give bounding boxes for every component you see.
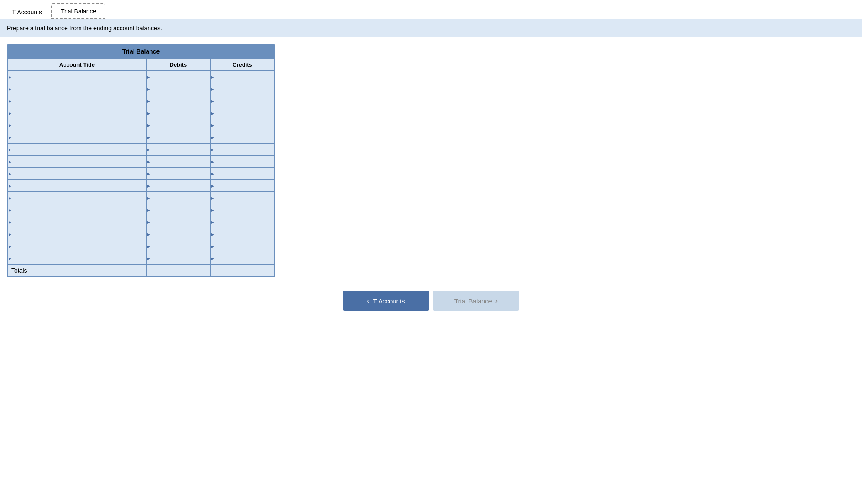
table-row (8, 192, 275, 204)
credit-input[interactable] (211, 83, 274, 95)
credit-input[interactable] (211, 119, 274, 131)
account-title-input[interactable] (8, 131, 146, 143)
bottom-nav: ‹ T Accounts Trial Balance › (7, 287, 855, 314)
debit-input[interactable] (147, 240, 210, 252)
trial-balance-table: Account Title Debits Credits Totals (7, 58, 275, 277)
header-debits: Debits (146, 59, 210, 71)
next-chevron: › (495, 297, 498, 305)
tab-trial-balance-label: Trial Balance (61, 8, 96, 15)
next-button-label: Trial Balance (454, 297, 492, 305)
table-row (8, 168, 275, 180)
table-row (8, 144, 275, 156)
account-title-input[interactable] (8, 71, 146, 83)
account-title-input[interactable] (8, 228, 146, 240)
credit-input[interactable] (211, 131, 274, 143)
account-title-input[interactable] (8, 156, 146, 167)
account-title-input[interactable] (8, 240, 146, 252)
table-row (8, 204, 275, 216)
totals-label: Totals (8, 265, 147, 277)
account-title-input[interactable] (8, 216, 146, 228)
table-row (8, 71, 275, 83)
debit-input[interactable] (147, 95, 210, 107)
debit-input[interactable] (147, 107, 210, 119)
totals-debit (146, 265, 210, 277)
credit-input[interactable] (211, 144, 274, 155)
tab-trial-balance[interactable]: Trial Balance (51, 3, 105, 19)
debit-input[interactable] (147, 228, 210, 240)
credit-input[interactable] (211, 156, 274, 167)
account-title-input[interactable] (8, 119, 146, 131)
account-title-input[interactable] (8, 107, 146, 119)
debit-input[interactable] (147, 216, 210, 228)
table-row (8, 95, 275, 107)
trial-balance-table-wrapper: Trial Balance Account Title Debits Credi… (7, 44, 275, 277)
table-row (8, 180, 275, 192)
debit-input[interactable] (147, 71, 210, 83)
account-title-input[interactable] (8, 144, 146, 155)
credit-input[interactable] (211, 228, 274, 240)
credit-input[interactable] (211, 216, 274, 228)
table-row (8, 228, 275, 240)
table-row (8, 252, 275, 265)
debit-input[interactable] (147, 156, 210, 167)
header-credits: Credits (210, 59, 274, 71)
debit-input[interactable] (147, 119, 210, 131)
debit-input[interactable] (147, 131, 210, 143)
table-row (8, 83, 275, 95)
debit-input[interactable] (147, 144, 210, 155)
credit-input[interactable] (211, 192, 274, 204)
table-row (8, 131, 275, 144)
account-title-input[interactable] (8, 95, 146, 107)
debit-input[interactable] (147, 180, 210, 191)
prev-chevron: ‹ (367, 297, 369, 305)
debit-input[interactable] (147, 192, 210, 204)
tabs-container: T Accounts Trial Balance (0, 0, 862, 19)
account-title-input[interactable] (8, 168, 146, 179)
account-title-input[interactable] (8, 192, 146, 204)
instruction-bar: Prepare a trial balance from the ending … (0, 19, 862, 37)
credit-input[interactable] (211, 240, 274, 252)
tab-t-accounts[interactable]: T Accounts (3, 5, 51, 19)
credit-input[interactable] (211, 180, 274, 191)
debit-input[interactable] (147, 252, 210, 264)
credit-input[interactable] (211, 252, 274, 264)
main-content: Trial Balance Account Title Debits Credi… (0, 37, 862, 321)
prev-button-label: T Accounts (373, 297, 405, 305)
debit-input[interactable] (147, 204, 210, 216)
credit-input[interactable] (211, 95, 274, 107)
prev-button[interactable]: ‹ T Accounts (343, 291, 429, 311)
account-title-input[interactable] (8, 204, 146, 216)
debit-input[interactable] (147, 168, 210, 179)
table-header-row: Account Title Debits Credits (8, 59, 275, 71)
totals-credit (210, 265, 274, 277)
credit-input[interactable] (211, 107, 274, 119)
table-row (8, 107, 275, 119)
next-button: Trial Balance › (433, 291, 519, 311)
tab-t-accounts-label: T Accounts (12, 9, 42, 16)
credit-input[interactable] (211, 204, 274, 216)
credit-input[interactable] (211, 71, 274, 83)
table-row (8, 240, 275, 252)
totals-row: Totals (8, 265, 275, 277)
table-row (8, 119, 275, 131)
account-title-input[interactable] (8, 252, 146, 264)
trial-balance-title: Trial Balance (7, 45, 275, 58)
account-title-input[interactable] (8, 180, 146, 191)
header-account-title: Account Title (8, 59, 147, 71)
account-title-input[interactable] (8, 83, 146, 95)
table-row (8, 156, 275, 168)
credit-input[interactable] (211, 168, 274, 179)
table-row (8, 216, 275, 228)
debit-input[interactable] (147, 83, 210, 95)
instruction-text: Prepare a trial balance from the ending … (7, 25, 162, 32)
